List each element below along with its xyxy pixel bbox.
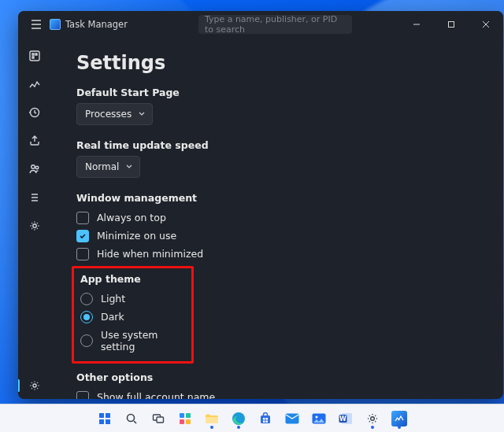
taskbar-mail[interactable] <box>280 407 304 430</box>
app-title: Task Manager <box>65 19 128 30</box>
app-icon <box>50 19 61 30</box>
dropdown-value: Processes <box>85 109 132 120</box>
minimize-button[interactable] <box>399 11 434 38</box>
svg-rect-18 <box>206 417 218 423</box>
search-icon <box>124 411 139 426</box>
checkbox-label: Always on top <box>97 212 166 223</box>
radio-theme-dark[interactable]: Dark <box>80 308 185 326</box>
maximize-button[interactable] <box>434 11 469 38</box>
svg-point-11 <box>128 414 135 421</box>
checkbox-icon <box>76 391 89 400</box>
nav-services[interactable] <box>21 212 48 239</box>
nav-rail <box>18 38 51 399</box>
svg-rect-24 <box>266 420 269 423</box>
dropdown-value: Normal <box>85 161 119 172</box>
radio-icon <box>80 334 93 347</box>
checkbox-icon <box>76 248 89 260</box>
nav-details[interactable] <box>21 184 48 211</box>
widgets-icon <box>177 411 193 426</box>
checkbox-full-account[interactable]: Show full account name <box>76 388 481 399</box>
svg-rect-1 <box>30 51 39 61</box>
radio-label: Use system setting <box>101 329 185 353</box>
photos-icon <box>311 411 327 426</box>
explorer-icon <box>204 411 220 426</box>
taskbar-search[interactable] <box>120 407 143 430</box>
svg-rect-10 <box>106 419 110 424</box>
taskbar-widgets[interactable] <box>173 407 197 430</box>
svg-rect-20 <box>261 415 270 423</box>
checkbox-minimize-on-use[interactable]: Minimize on use <box>76 227 481 245</box>
dropdown-default-start[interactable]: Processes <box>76 103 153 125</box>
mail-icon <box>284 411 300 426</box>
task-view-icon <box>150 411 166 426</box>
label-default-start: Default Start Page <box>76 87 481 98</box>
search-input[interactable]: Type a name, publisher, or PID to search <box>198 15 352 34</box>
close-button[interactable] <box>469 11 503 38</box>
svg-point-3 <box>32 165 35 168</box>
label-window-mgmt: Window management <box>76 192 481 204</box>
edge-icon <box>231 411 246 426</box>
word-icon: W <box>338 411 354 426</box>
svg-point-5 <box>33 224 36 227</box>
taskbar-start[interactable] <box>93 407 117 430</box>
start-icon <box>97 411 113 426</box>
checkbox-label: Show full account name <box>97 391 215 399</box>
settings-icon <box>365 411 380 426</box>
svg-text:W: W <box>339 415 346 423</box>
svg-rect-14 <box>180 413 184 418</box>
svg-rect-21 <box>263 418 265 420</box>
checkbox-icon <box>76 230 89 242</box>
chevron-down-icon <box>138 109 146 120</box>
dropdown-update-speed[interactable]: Normal <box>76 156 140 178</box>
taskbar-edge[interactable] <box>227 407 250 430</box>
taskbar-word[interactable]: W <box>334 407 358 430</box>
svg-rect-13 <box>157 417 164 423</box>
nav-startup-apps[interactable] <box>21 127 48 154</box>
svg-rect-23 <box>263 420 265 423</box>
task-manager-window: Task Manager Type a name, publisher, or … <box>18 11 503 399</box>
label-app-theme: App theme <box>80 273 185 285</box>
checkbox-icon <box>76 212 89 224</box>
svg-point-27 <box>316 415 318 418</box>
annotation-highlight: App theme Light Dark Use system setting <box>72 266 194 364</box>
taskbar-photos[interactable] <box>307 407 331 430</box>
page-title: Settings <box>76 52 481 74</box>
taskbar-task-view[interactable] <box>146 407 170 430</box>
svg-rect-22 <box>266 418 269 420</box>
nav-app-history[interactable] <box>21 99 48 126</box>
hamburger-menu-button[interactable] <box>24 13 48 36</box>
taskbar-task-manager[interactable] <box>387 407 411 430</box>
svg-point-6 <box>33 384 36 387</box>
nav-settings[interactable] <box>21 372 48 399</box>
label-other-options: Other options <box>76 371 481 383</box>
checkbox-label: Hide when minimized <box>97 248 203 260</box>
window-controls <box>399 11 503 38</box>
radio-icon <box>80 311 93 323</box>
radio-icon <box>80 293 93 305</box>
radio-label: Dark <box>101 311 124 323</box>
taskbar-store[interactable] <box>254 407 277 430</box>
taskbar-settings[interactable] <box>361 407 384 430</box>
checkbox-label: Minimize on use <box>97 230 176 242</box>
nav-processes[interactable] <box>21 42 48 69</box>
store-icon <box>258 411 273 426</box>
radio-theme-system[interactable]: Use system setting <box>80 326 185 355</box>
svg-rect-15 <box>186 413 191 418</box>
radio-label: Light <box>101 293 125 305</box>
svg-point-31 <box>371 416 375 420</box>
nav-users[interactable] <box>21 156 48 183</box>
svg-rect-9 <box>99 419 104 424</box>
svg-rect-8 <box>106 413 110 418</box>
search-placeholder: Type a name, publisher, or PID to search <box>205 14 346 35</box>
nav-performance[interactable] <box>21 71 48 98</box>
svg-rect-7 <box>99 413 104 418</box>
taskbar: W <box>0 404 504 432</box>
taskbar-explorer[interactable] <box>200 407 224 430</box>
radio-theme-light[interactable]: Light <box>80 290 185 308</box>
label-update-speed: Real time update speed <box>76 139 481 151</box>
checkbox-always-on-top[interactable]: Always on top <box>76 209 481 227</box>
task-manager-icon <box>391 411 407 426</box>
checkbox-hide-minimized[interactable]: Hide when minimized <box>76 245 481 263</box>
chevron-down-icon <box>125 161 133 172</box>
settings-content: Settings Default Start Page Processes Re… <box>51 38 503 399</box>
